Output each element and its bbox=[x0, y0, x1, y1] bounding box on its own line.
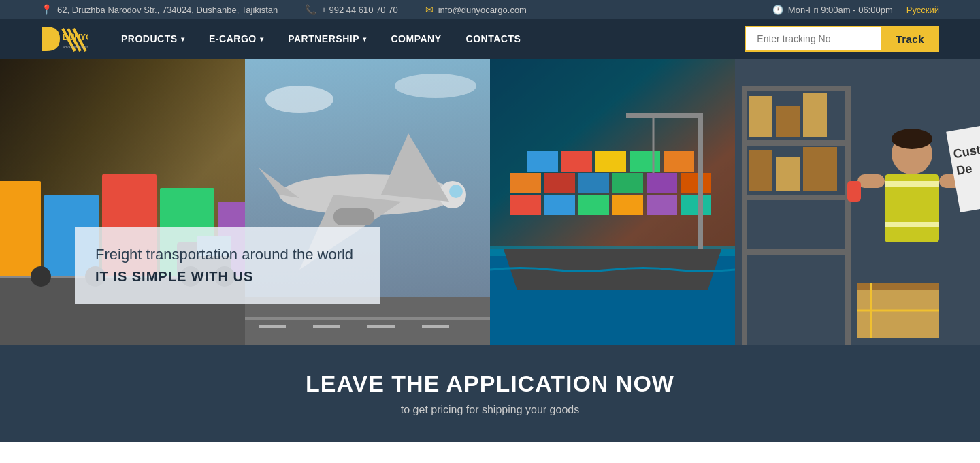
nav-products[interactable]: PRODUCTS ▾ bbox=[109, 19, 197, 59]
hero-title: IT IS SIMPLE WITH US bbox=[95, 269, 353, 285]
svg-rect-61 bbox=[742, 195, 851, 200]
svg-rect-66 bbox=[803, 93, 827, 137]
svg-point-71 bbox=[892, 129, 932, 149]
svg-rect-52 bbox=[630, 151, 660, 172]
hero-section: Cust De Freight transportation around th… bbox=[0, 59, 980, 345]
hero-panel-worker: Cust De bbox=[735, 59, 980, 345]
logo-image: DUNYO Advanced Logistics bbox=[41, 25, 88, 52]
svg-rect-51 bbox=[595, 151, 626, 172]
svg-rect-69 bbox=[803, 147, 837, 191]
ecargo-dropdown-icon: ▾ bbox=[260, 35, 264, 43]
track-button[interactable]: Track bbox=[881, 26, 939, 52]
svg-rect-62 bbox=[742, 249, 851, 255]
cta-title: LEAVE THE APPLICATION NOW bbox=[41, 370, 939, 397]
svg-rect-29 bbox=[245, 297, 490, 345]
svg-rect-40 bbox=[612, 195, 643, 215]
email-icon: ✉ bbox=[425, 4, 434, 15]
svg-rect-38 bbox=[544, 195, 575, 215]
hero-text-box: Freight transportation around the world … bbox=[75, 227, 380, 304]
nav-ecargo[interactable]: E-CARGO ▾ bbox=[197, 19, 276, 59]
svg-rect-60 bbox=[742, 140, 851, 146]
svg-rect-46 bbox=[612, 173, 643, 193]
svg-point-17 bbox=[31, 266, 51, 287]
location-icon: 📍 bbox=[41, 4, 52, 15]
svg-rect-63 bbox=[845, 86, 851, 345]
logo[interactable]: DUNYO Advanced Logistics bbox=[41, 25, 88, 52]
svg-rect-59 bbox=[742, 86, 851, 91]
topbar: 📍 62, Druzhba Narodov Str., 734024, Dush… bbox=[0, 0, 980, 19]
phone-icon: 📞 bbox=[305, 4, 316, 15]
tracking-area: Track bbox=[745, 26, 939, 52]
svg-rect-30 bbox=[245, 317, 490, 320]
svg-rect-77 bbox=[847, 181, 861, 202]
hero-subtitle: Freight transportation around the world bbox=[95, 246, 353, 264]
svg-rect-31 bbox=[259, 325, 286, 328]
cta-subtitle: to get pricing for shipping your goods bbox=[41, 404, 939, 416]
svg-rect-45 bbox=[578, 173, 609, 193]
topbar-right: 🕐 Mon-Fri 9:00am - 06:00pm Русский bbox=[772, 5, 939, 15]
svg-point-21 bbox=[395, 74, 476, 98]
svg-point-20 bbox=[265, 86, 333, 113]
svg-rect-53 bbox=[664, 151, 694, 172]
navbar: DUNYO Advanced Logistics PRODUCTS ▾ E-CA… bbox=[0, 19, 980, 59]
svg-rect-48 bbox=[681, 173, 711, 193]
svg-rect-68 bbox=[776, 157, 800, 191]
svg-rect-54 bbox=[698, 113, 703, 249]
svg-rect-58 bbox=[742, 86, 747, 345]
svg-rect-64 bbox=[749, 96, 772, 137]
svg-rect-65 bbox=[776, 106, 800, 137]
nav-contacts[interactable]: CONTACTS bbox=[454, 19, 534, 59]
svg-rect-0 bbox=[42, 27, 46, 51]
svg-rect-39 bbox=[578, 195, 609, 215]
topbar-email: ✉ info@dunyocargo.com bbox=[425, 4, 527, 15]
svg-rect-33 bbox=[368, 325, 395, 328]
svg-rect-75 bbox=[858, 174, 885, 188]
svg-rect-32 bbox=[313, 325, 340, 328]
svg-rect-44 bbox=[544, 173, 575, 193]
nav-links: PRODUCTS ▾ E-CARGO ▾ PARTNERSHIP ▾ COMPA… bbox=[109, 19, 745, 59]
svg-rect-28 bbox=[333, 208, 374, 225]
hero-panel-ship bbox=[490, 59, 735, 345]
topbar-address: 📍 62, Druzhba Narodov Str., 734024, Dush… bbox=[41, 4, 278, 15]
svg-rect-37 bbox=[510, 195, 541, 215]
language-switch[interactable]: Русский bbox=[906, 5, 939, 15]
products-dropdown-icon: ▾ bbox=[181, 35, 185, 43]
svg-rect-42 bbox=[681, 195, 711, 215]
topbar-phone: 📞 + 992 44 610 70 70 bbox=[305, 4, 397, 15]
svg-rect-43 bbox=[510, 173, 541, 193]
svg-rect-34 bbox=[422, 325, 449, 328]
topbar-hours: 🕐 Mon-Fri 9:00am - 06:00pm bbox=[772, 5, 893, 15]
svg-point-24 bbox=[449, 185, 463, 198]
svg-rect-67 bbox=[749, 150, 772, 191]
tracking-input[interactable] bbox=[745, 26, 881, 52]
nav-partnership[interactable]: PARTNERSHIP ▾ bbox=[276, 19, 378, 59]
svg-text:Advanced Logistics: Advanced Logistics bbox=[63, 45, 88, 49]
cta-section: LEAVE THE APPLICATION NOW to get pricing… bbox=[0, 345, 980, 442]
svg-text:De: De bbox=[956, 161, 973, 178]
clock-icon: 🕐 bbox=[772, 5, 783, 15]
svg-rect-55 bbox=[626, 113, 703, 118]
svg-rect-74 bbox=[885, 222, 939, 227]
svg-rect-50 bbox=[561, 151, 592, 172]
nav-company[interactable]: COMPANY bbox=[379, 19, 454, 59]
partnership-dropdown-icon: ▾ bbox=[363, 35, 367, 43]
svg-rect-49 bbox=[527, 151, 558, 172]
svg-rect-41 bbox=[647, 195, 677, 215]
svg-rect-73 bbox=[885, 181, 939, 187]
svg-rect-8 bbox=[0, 181, 41, 276]
svg-text:DUNYO: DUNYO bbox=[63, 33, 88, 42]
svg-rect-47 bbox=[647, 173, 677, 193]
svg-rect-79 bbox=[858, 283, 939, 290]
